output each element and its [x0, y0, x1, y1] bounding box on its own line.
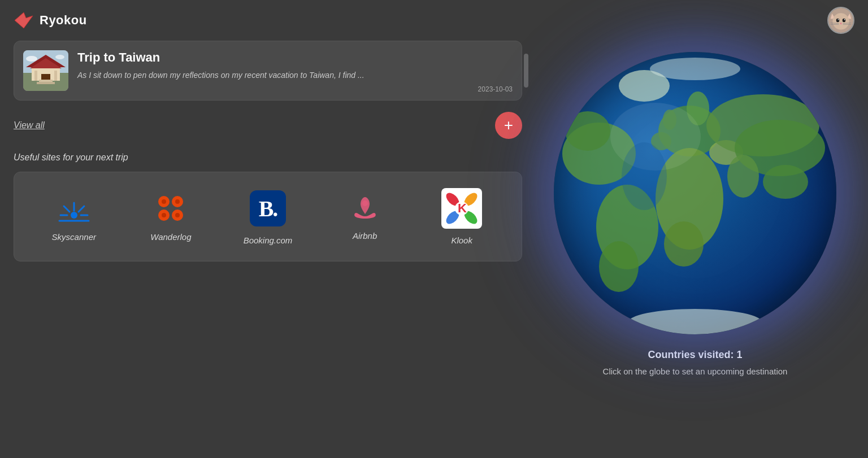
svg-rect-26: [37, 82, 55, 84]
app-title: Ryokou: [40, 13, 87, 28]
sites-container: Skyscanner: [14, 172, 522, 261]
svg-text:K: K: [458, 201, 467, 215]
skyscanner-icon: [57, 191, 91, 225]
svg-rect-25: [39, 80, 53, 82]
countries-visited: Countries visited: 1: [603, 349, 788, 361]
globe-text: Countries visited: 1 Click on the globe …: [603, 349, 788, 378]
svg-point-69: [650, 58, 740, 80]
site-item-booking[interactable]: B. Booking.com: [234, 184, 302, 250]
header: Ryokou: [0, 0, 868, 41]
svg-line-32: [79, 206, 84, 212]
svg-point-66: [565, 111, 610, 151]
svg-point-8: [843, 19, 846, 22]
trip-date: 2023-10-03: [478, 85, 513, 93]
logo-area: Ryokou: [14, 10, 87, 30]
useful-sites-label: Useful sites for your next trip: [14, 152, 522, 163]
svg-line-31: [64, 206, 70, 212]
trip-info: Trip to Taiwan As I sit down to pen down…: [77, 50, 513, 81]
svg-rect-22: [34, 71, 37, 81]
site-item-skyscanner[interactable]: Skyscanner: [40, 187, 108, 246]
globe-hint: Click on the globe to set an upcoming de…: [603, 365, 788, 378]
main-content: Trip to Taiwan As I sit down to pen down…: [0, 41, 868, 378]
svg-point-44: [175, 213, 180, 217]
trip-excerpt: As I sit down to pen down my reflections…: [77, 69, 513, 81]
globe-container: [548, 46, 842, 340]
right-panel: Countries visited: 1 Click on the globe …: [536, 41, 854, 378]
svg-point-57: [664, 221, 704, 267]
svg-point-41: [162, 199, 166, 204]
klook-label: Klook: [451, 235, 472, 245]
actions-row: View all +: [14, 112, 522, 139]
globe[interactable]: [554, 52, 836, 334]
svg-point-71: [622, 142, 667, 210]
svg-point-28: [55, 55, 64, 59]
svg-point-10: [844, 19, 845, 20]
scroll-indicator: [524, 54, 528, 88]
wanderlog-label: Wanderlog: [150, 232, 191, 242]
logo-icon: [14, 10, 34, 30]
site-item-klook[interactable]: K Klook: [428, 184, 496, 250]
left-panel: Trip to Taiwan As I sit down to pen down…: [14, 41, 522, 378]
svg-point-45: [362, 200, 368, 206]
svg-point-7: [836, 19, 840, 22]
airbnb-icon: [349, 193, 381, 224]
wanderlog-icon: [154, 191, 188, 225]
svg-point-42: [175, 199, 180, 204]
view-all-link[interactable]: View all: [14, 120, 45, 130]
booking-icon: B.: [248, 188, 288, 229]
skyscanner-label: Skyscanner: [52, 232, 96, 242]
site-item-wanderlog[interactable]: Wanderlog: [137, 187, 205, 246]
svg-point-6: [832, 13, 849, 29]
svg-marker-0: [15, 12, 33, 28]
trip-title: Trip to Taiwan: [77, 50, 513, 65]
svg-point-9: [838, 19, 839, 20]
svg-point-43: [162, 213, 166, 217]
svg-rect-23: [54, 71, 57, 81]
booking-label: Booking.com: [244, 235, 293, 245]
svg-point-29: [71, 212, 77, 219]
avatar[interactable]: [827, 7, 854, 34]
svg-point-61: [727, 155, 759, 198]
airbnb-label: Airbnb: [353, 231, 377, 241]
svg-point-68: [627, 309, 763, 334]
trip-card[interactable]: Trip to Taiwan As I sit down to pen down…: [14, 41, 522, 101]
svg-point-64: [599, 241, 639, 292]
klook-icon: K: [441, 188, 482, 229]
add-button[interactable]: +: [495, 112, 522, 139]
svg-point-40: [167, 204, 175, 212]
svg-point-27: [26, 56, 37, 62]
trip-thumbnail: [23, 50, 68, 91]
svg-point-62: [763, 165, 808, 199]
site-item-airbnb[interactable]: Airbnb: [331, 188, 399, 245]
